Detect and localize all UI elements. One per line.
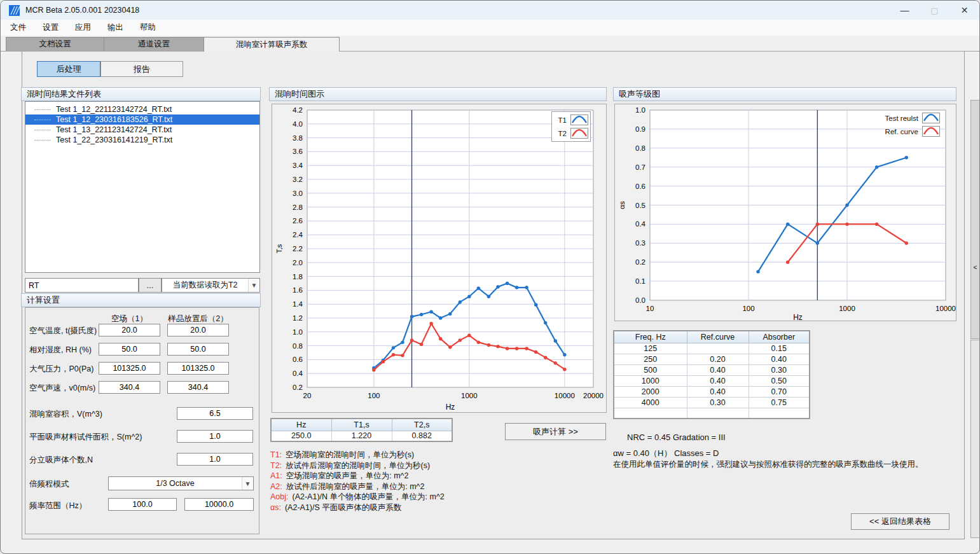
svg-text:100: 100 xyxy=(742,305,754,312)
freq-min-input[interactable] xyxy=(108,498,177,511)
legend-label: T2 xyxy=(558,130,567,137)
col-header-with-sample: 样品放置后（2） xyxy=(167,314,229,324)
maximize-button[interactable]: ▢ xyxy=(920,1,949,20)
absorption-calc-button[interactable]: 吸声计算 >> xyxy=(505,423,606,440)
menu-item-3[interactable]: 应用 xyxy=(67,22,99,33)
collapse-panel-strip[interactable]: < xyxy=(970,100,980,339)
file-list-item[interactable]: Test 1_13_221123142724_RT.txt xyxy=(25,125,259,135)
absorption-chart-legend: Test reulstRef. curve xyxy=(856,111,940,138)
param-input[interactable] xyxy=(177,453,253,466)
file-list-item[interactable]: Test 1_12_230316183526_RT.txt xyxy=(25,114,259,125)
file-name: Test 1_12_230316183526_RT.txt xyxy=(56,115,172,124)
svg-text:3.6: 3.6 xyxy=(293,148,303,155)
svg-text:0.6: 0.6 xyxy=(293,356,303,363)
env-input-col2[interactable] xyxy=(167,381,229,394)
note-key: αs: xyxy=(270,503,281,512)
param-input[interactable] xyxy=(177,430,253,443)
svg-text:20: 20 xyxy=(303,392,312,399)
note-line: A2:放试件后混响室的吸声量，单位为: m^2 xyxy=(270,481,445,492)
table-cell: 0.40 xyxy=(749,354,810,364)
svg-text:Hz: Hz xyxy=(446,403,455,412)
tab-3[interactable]: 混响室计算吸声系数 xyxy=(204,37,340,52)
svg-text:100: 100 xyxy=(368,392,380,399)
file-list-item[interactable]: Test 1_22_230316141219_RT.txt xyxy=(25,135,259,145)
note-key: A2: xyxy=(270,482,282,491)
env-input-col1[interactable] xyxy=(99,343,160,356)
legend-curve-icon xyxy=(570,128,588,139)
table-row: 1250.15 xyxy=(614,343,810,354)
browse-button[interactable]: ... xyxy=(139,278,162,293)
table-header-cell: Freq. Hz xyxy=(614,331,687,343)
tab-2[interactable]: 通道设置 xyxy=(104,37,204,51)
back-to-results-button[interactable]: << 返回结果表格 xyxy=(851,513,949,530)
svg-text:0.4: 0.4 xyxy=(635,220,646,228)
chevron-down-icon[interactable]: ▼ xyxy=(248,279,259,292)
note-text: 空场混响室的吸声量，单位为: m^2 xyxy=(286,471,409,480)
menu-item-2[interactable]: 设置 xyxy=(34,22,67,33)
file-name: Test 1_12_221123142724_RT.txt xyxy=(56,105,172,114)
table-cell xyxy=(687,343,749,354)
tab-strip: 文档设置通道设置混响室计算吸声系数 xyxy=(6,37,339,52)
minimize-button[interactable]: — xyxy=(890,1,920,20)
rt-chart: 0.20.40.60.81.01.21.41.61.82.02.22.42.62… xyxy=(272,104,607,413)
data-mode-value: 当前数据读取为T2 xyxy=(162,280,248,291)
env-input-col2[interactable] xyxy=(167,324,229,336)
table-cell: 0.20 xyxy=(687,354,749,364)
subtab-2[interactable]: 报告 xyxy=(100,61,183,77)
octave-mode-value: 1/3 Octave xyxy=(109,479,242,488)
legend-curve-icon xyxy=(922,126,940,137)
note-text: (A2-A1)/N 单个物体的吸声量，单位为: m^2 xyxy=(293,492,445,501)
chevron-down-icon[interactable]: ▼ xyxy=(242,477,253,490)
svg-text:1000: 1000 xyxy=(461,392,478,399)
absorption-table: Freq. HzRef.curveAbsorber1250.152500.200… xyxy=(613,330,810,419)
env-row-label: 大气压力，P0(Pa) xyxy=(29,364,93,375)
menu-item-5[interactable]: 帮助 xyxy=(132,22,164,33)
env-row-label: 相对湿度, RH (%) xyxy=(29,345,92,356)
env-input-col2[interactable] xyxy=(167,362,229,375)
table-cell: 0.70 xyxy=(749,386,810,397)
rt-name-input[interactable] xyxy=(25,278,139,293)
subtab-1[interactable]: 后处理 xyxy=(37,61,100,77)
svg-text:0.5: 0.5 xyxy=(635,202,645,209)
legend-curve-icon xyxy=(922,113,940,123)
octave-mode-dropdown[interactable]: 1/3 Octave ▼ xyxy=(108,476,254,490)
file-list-item[interactable]: Test 1_12_221123142724_RT.txt xyxy=(25,104,259,114)
table-cell: 0.75 xyxy=(749,397,810,408)
menu-item-1[interactable]: 文件 xyxy=(2,22,34,33)
file-name: Test 1_22_230316141219_RT.txt xyxy=(56,135,172,144)
table-cell: 250 xyxy=(614,354,687,364)
note-key: T1: xyxy=(270,450,282,459)
tree-branch-icon xyxy=(34,140,51,141)
env-row-label: 空气温度, t(摄氏度) xyxy=(29,326,97,336)
svg-text:4.2: 4.2 xyxy=(293,106,303,114)
env-input-col1[interactable] xyxy=(99,381,160,394)
svg-text:1.8: 1.8 xyxy=(293,273,303,280)
rt-value-table: HzT1,sT2,s250.01.2200.882 xyxy=(270,418,453,442)
table-cell: 0.40 xyxy=(687,375,749,386)
freq-max-input[interactable] xyxy=(184,498,254,511)
svg-text:3.0: 3.0 xyxy=(293,190,303,197)
note-line: T1:空场混响室的混响时间，单位为秒(s) xyxy=(270,450,445,461)
close-button[interactable]: ✕ xyxy=(949,1,979,20)
svg-text:0.3: 0.3 xyxy=(635,239,645,247)
menu-item-4[interactable]: 输出 xyxy=(99,22,132,33)
tab-1[interactable]: 文档设置 xyxy=(6,37,104,51)
note-text: 空场混响室的混响时间，单位为秒(s) xyxy=(286,450,414,459)
legend-label: T1 xyxy=(558,116,567,124)
data-mode-dropdown[interactable]: 当前数据读取为T2 ▼ xyxy=(162,278,260,293)
table-row: 2500.200.40 xyxy=(614,354,810,364)
env-input-col1[interactable] xyxy=(99,324,160,336)
abs-chart-header: 吸声等级图 xyxy=(613,87,956,101)
table-header-cell: T1,s xyxy=(331,419,392,431)
env-input-col1[interactable] xyxy=(99,362,160,375)
param-row-label: 混响室容积，V(m^3) xyxy=(29,409,102,420)
param-input[interactable] xyxy=(177,407,253,420)
collapse-left-icon[interactable]: < xyxy=(974,264,977,338)
svg-text:20000: 20000 xyxy=(583,392,604,399)
table-header-cell: Ref.curve xyxy=(687,331,749,343)
svg-text:3.8: 3.8 xyxy=(293,134,303,142)
env-input-col2[interactable] xyxy=(167,343,229,356)
svg-text:2.4: 2.4 xyxy=(293,231,303,239)
note-line: Aobj:(A2-A1)/N 单个物体的吸声量，单位为: m^2 xyxy=(270,492,445,502)
rt-file-list: Test 1_12_221123142724_RT.txtTest 1_12_2… xyxy=(25,101,260,273)
